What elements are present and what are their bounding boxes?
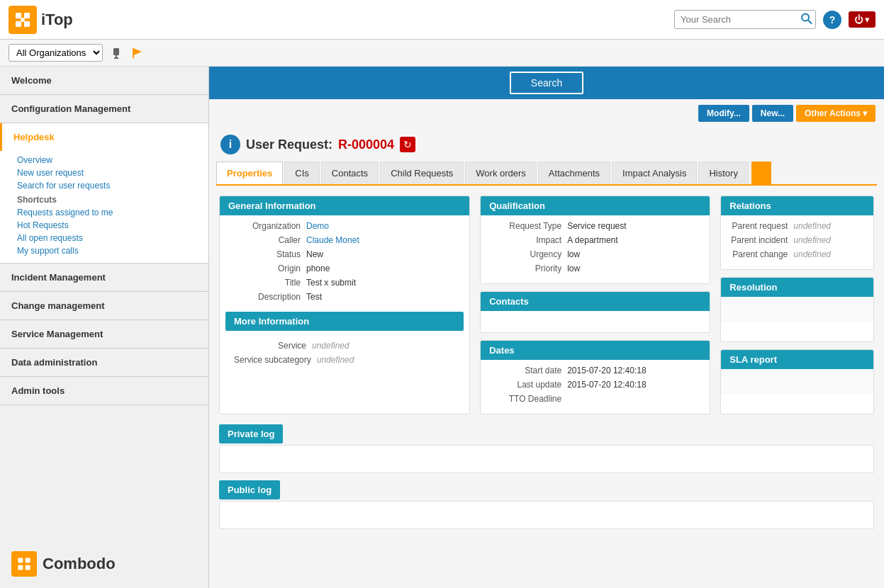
sidebar-link-requests-assigned[interactable]: Requests assigned to me — [17, 206, 197, 219]
sidebar-item-welcome[interactable]: Welcome — [0, 67, 208, 94]
search-icon-btn[interactable] — [800, 12, 813, 27]
tab-content: General Information Organization Demo Ca… — [209, 186, 884, 546]
new-button[interactable]: New... — [752, 105, 793, 122]
search-input[interactable] — [674, 10, 816, 29]
tabs: Properties CIs Contacts Child Requests W… — [216, 162, 877, 186]
sidebar-item-helpdesk[interactable]: Helpdesk — [0, 123, 208, 151]
tab-contacts[interactable]: Contacts — [321, 162, 379, 184]
parent-incident-value: undefined — [793, 235, 865, 245]
other-actions-button[interactable]: Other Actions ▾ — [796, 105, 875, 122]
description-label: Description — [228, 292, 306, 302]
svg-point-5 — [802, 13, 809, 21]
status-value: New — [306, 249, 461, 259]
relations-panel: Relations Parent request undefined Paren… — [720, 196, 874, 270]
general-info-body: Organization Demo Caller Claude Monet St… — [220, 215, 469, 312]
pin-icon[interactable] — [108, 45, 124, 61]
other-actions-chevron: ▾ — [863, 108, 867, 118]
info-icon: i — [220, 135, 240, 154]
sidebar-shortcuts: Shortcuts Requests assigned to me Hot Re… — [17, 195, 197, 257]
header: iTop ? ⏻ ▾ — [0, 0, 884, 40]
caller-link[interactable]: Claude Monet — [306, 235, 359, 245]
tab-impact-analysis[interactable]: Impact Analysis — [612, 162, 697, 184]
power-button[interactable]: ⏻ ▾ — [849, 11, 875, 28]
blue-search-bar: Search — [209, 67, 884, 99]
sidebar-item-data[interactable]: Data administration — [0, 349, 208, 376]
tab-properties[interactable]: Properties — [216, 162, 283, 184]
service-value: undefined — [312, 341, 455, 351]
sidebar-item-service[interactable]: Service Management — [0, 320, 208, 348]
parent-change-value: undefined — [793, 249, 865, 259]
private-log-header: Private log — [219, 424, 283, 443]
layout: Welcome Configuration Management Helpdes… — [0, 67, 884, 588]
resolution-body — [721, 297, 873, 322]
sidebar: Welcome Configuration Management Helpdes… — [0, 67, 209, 588]
sidebar-item-configuration[interactable]: Configuration Management — [0, 95, 208, 123]
tab-cis[interactable]: CIs — [284, 162, 320, 184]
private-log-body — [219, 445, 874, 473]
description-value: Test — [306, 292, 461, 302]
svg-line-6 — [808, 20, 812, 23]
sidebar-section-incident: Incident Management — [0, 264, 208, 292]
blue-search-button[interactable]: Search — [510, 72, 583, 94]
other-actions-label: Other Actions — [805, 108, 861, 118]
sidebar-item-change[interactable]: Change management — [0, 292, 208, 320]
last-update-label: Last update — [489, 380, 567, 390]
svg-rect-0 — [16, 13, 21, 18]
relations-body: Parent request undefined Parent incident… — [721, 215, 873, 269]
sidebar-section-change: Change management — [0, 292, 208, 320]
modify-button[interactable]: Modify... — [698, 105, 749, 122]
search-input-wrapper — [674, 10, 816, 29]
urgency-value: low — [567, 249, 701, 259]
refresh-icon[interactable]: ↻ — [400, 137, 415, 152]
sidebar-link-my-support[interactable]: My support calls — [17, 244, 197, 257]
shortcuts-label: Shortcuts — [17, 195, 197, 205]
sidebar-item-admin[interactable]: Admin tools — [0, 377, 208, 405]
tab-child-requests[interactable]: Child Requests — [380, 162, 464, 184]
sidebar-section-configuration: Configuration Management — [0, 95, 208, 123]
priority-value: low — [567, 264, 701, 273]
page-title: User Request: — [246, 137, 332, 152]
flag-icon[interactable] — [130, 45, 145, 61]
org-link[interactable]: Demo — [306, 221, 329, 231]
search-container — [674, 10, 816, 29]
main-content: Search Modify... New... Other Actions ▾ … — [209, 67, 884, 588]
tab-history[interactable]: History — [698, 162, 748, 184]
sidebar-link-overview[interactable]: Overview — [17, 154, 197, 166]
sidebar-link-hot-requests[interactable]: Hot Requests — [17, 219, 197, 232]
sidebar-link-all-open[interactable]: All open requests — [17, 232, 197, 244]
help-button[interactable]: ? — [823, 11, 841, 29]
sidebar-section-helpdesk: Helpdesk Overview New user request Searc… — [0, 123, 208, 264]
parent-incident-field: Parent incident undefined — [729, 235, 865, 245]
service-subcat-field: Service subcategory undefined — [234, 355, 455, 365]
svg-point-4 — [21, 18, 25, 22]
logo-icon — [9, 6, 37, 34]
sla-panel: SLA report — [720, 349, 874, 414]
urgency-label: Urgency — [489, 249, 567, 259]
org-select[interactable]: All Organizations — [9, 44, 103, 62]
page-title-bar: i User Request: R-000004 ↻ — [209, 128, 884, 162]
sidebar-item-incident[interactable]: Incident Management — [0, 264, 208, 291]
right-panels: Relations Parent request undefined Paren… — [720, 196, 874, 414]
tab-attachments[interactable]: Attachments — [538, 162, 610, 184]
qualification-body: Request Type Service request Impact A de… — [481, 215, 710, 283]
sidebar-helpdesk-links: Overview New user request Search for use… — [0, 151, 208, 263]
tab-work-orders[interactable]: Work orders — [465, 162, 537, 184]
public-log-header: Public log — [219, 480, 280, 499]
middle-panels: Qualification Request Type Service reque… — [480, 196, 710, 414]
title-label: Title — [228, 278, 306, 288]
sidebar-section-admin: Admin tools — [0, 377, 208, 405]
sidebar-section-service: Service Management — [0, 320, 208, 349]
svg-rect-3 — [24, 21, 30, 27]
title-value: Test x submit — [306, 278, 461, 288]
impact-label: Impact — [489, 235, 567, 245]
general-info-header: General Information — [220, 196, 469, 215]
contacts-body — [481, 311, 710, 332]
sidebar-link-search-user-requests[interactable]: Search for user requests — [17, 179, 197, 192]
impact-field: Impact A department — [489, 235, 701, 245]
qualification-panel: Qualification Request Type Service reque… — [480, 196, 710, 284]
panels-row-1: General Information Organization Demo Ca… — [219, 196, 874, 414]
sidebar-link-new-user-request[interactable]: New user request — [17, 166, 197, 179]
tab-extra[interactable] — [751, 162, 771, 184]
start-date-value: 2015-07-20 12:40:18 — [567, 366, 701, 375]
svg-rect-13 — [26, 558, 30, 562]
